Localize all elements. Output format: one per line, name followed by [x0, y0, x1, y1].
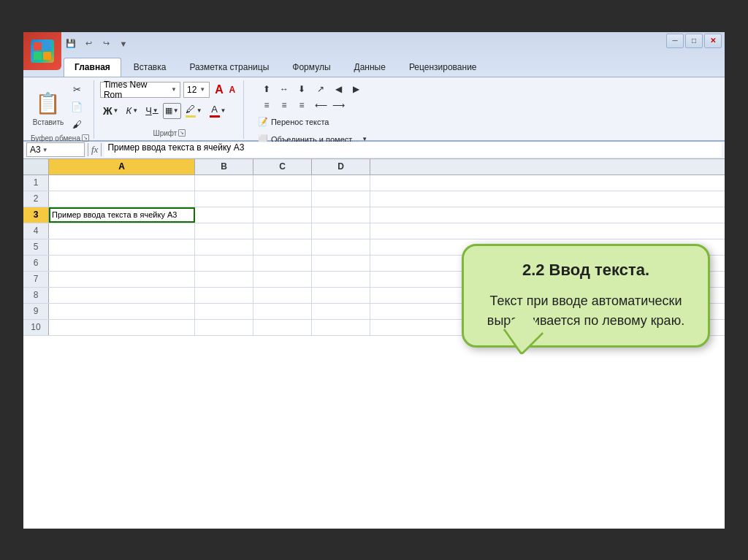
cell-a3[interactable]: Пример ввода текста в ячейку А3	[49, 207, 195, 223]
cell-b9[interactable]	[195, 304, 253, 319]
cell-a4[interactable]	[49, 223, 195, 239]
cell-ref-arrow-icon[interactable]: ▼	[42, 147, 48, 153]
copy-button[interactable]: 📄	[66, 99, 87, 115]
cell-d5[interactable]	[312, 239, 370, 255]
cell-c7[interactable]	[253, 272, 312, 287]
font-name-dropdown[interactable]: Times New Rom ▼	[100, 82, 180, 98]
cell-a10[interactable]	[49, 320, 195, 335]
cell-c5[interactable]	[253, 239, 312, 255]
redo-quick-btn[interactable]: ↪	[99, 37, 113, 51]
align-middle-btn[interactable]: ↔	[276, 82, 292, 96]
cell-c3[interactable]	[253, 207, 312, 223]
font-expand-icon[interactable]: ↘	[178, 129, 186, 137]
cell-b7[interactable]	[195, 272, 253, 287]
tab-review[interactable]: Рецензирование	[398, 58, 488, 77]
cell-c1[interactable]	[253, 175, 312, 191]
cell-a6[interactable]	[49, 256, 195, 271]
indent-increase-btn[interactable]: ▶	[348, 82, 364, 96]
cell-d4[interactable]	[312, 223, 370, 239]
cell-a2[interactable]	[49, 191, 195, 207]
cell-a7[interactable]	[49, 272, 195, 287]
save-quick-btn[interactable]: 💾	[64, 37, 78, 51]
ltr-btn[interactable]: ⟶	[330, 98, 346, 112]
border-arrow[interactable]: ▼	[173, 107, 179, 114]
cell-c8[interactable]	[253, 288, 312, 303]
italic-button[interactable]: К ▼	[123, 103, 142, 119]
cell-d3[interactable]	[312, 207, 370, 223]
cell-a9[interactable]	[49, 304, 195, 319]
col-header-c[interactable]: C	[253, 159, 312, 174]
cell-b3[interactable]	[195, 207, 253, 223]
cell-d7[interactable]	[312, 272, 370, 287]
formula-bar-separator	[88, 143, 88, 156]
wrap-text-button[interactable]: 📝 Перенос текста	[253, 114, 373, 130]
font-decrease-button[interactable]: A	[226, 82, 239, 98]
italic-arrow[interactable]: ▼	[132, 107, 138, 114]
cell-c4[interactable]	[253, 223, 312, 239]
tab-formulas[interactable]: Формулы	[281, 58, 341, 77]
row-number-7: 7	[23, 272, 49, 287]
cell-c10[interactable]	[253, 320, 312, 335]
font-color-bar	[210, 115, 220, 118]
align-left-btn[interactable]: ≡	[259, 98, 275, 112]
font-size-dropdown[interactable]: 12 ▼	[183, 82, 210, 98]
cell-b5[interactable]	[195, 239, 253, 255]
font-color-button[interactable]: A ▼	[207, 103, 229, 119]
office-button[interactable]	[23, 32, 61, 70]
font-increase-button[interactable]: A	[213, 82, 226, 98]
cell-d6[interactable]	[312, 256, 370, 271]
cell-c2[interactable]	[253, 191, 312, 207]
bold-arrow[interactable]: ▼	[113, 107, 119, 114]
text-angle-btn[interactable]: ↗	[313, 82, 329, 96]
col-header-d[interactable]: D	[312, 159, 370, 174]
cell-a5[interactable]	[49, 239, 195, 255]
tab-insert[interactable]: Вставка	[123, 58, 178, 77]
undo-quick-btn[interactable]: ↩	[81, 37, 96, 51]
cell-d10[interactable]	[312, 320, 370, 335]
cell-d1[interactable]	[312, 175, 370, 191]
border-button[interactable]: ▦▼	[163, 103, 181, 119]
clipboard-expand-icon[interactable]: ↘	[82, 134, 89, 142]
underline-arrow[interactable]: ▼	[153, 107, 159, 114]
bold-button[interactable]: Ж ▼	[100, 103, 122, 119]
col-header-b[interactable]: B	[195, 159, 253, 174]
cell-b1[interactable]	[195, 175, 253, 191]
cell-b4[interactable]	[195, 223, 253, 239]
cell-b2[interactable]	[195, 191, 253, 207]
cell-d9[interactable]	[312, 304, 370, 319]
cell-d2[interactable]	[312, 191, 370, 207]
align-top-btn[interactable]: ⬆	[259, 82, 275, 96]
font-color-arrow[interactable]: ▼	[221, 107, 226, 114]
tab-data[interactable]: Данные	[343, 58, 397, 77]
cell-c9[interactable]	[253, 304, 312, 319]
formula-input[interactable]: Пример ввода текста в ячейку А3	[104, 142, 722, 157]
close-button[interactable]: ✕	[704, 34, 722, 48]
cell-b8[interactable]	[195, 288, 253, 303]
cell-b10[interactable]	[195, 320, 253, 335]
align-bottom-btn[interactable]: ⬇	[294, 82, 310, 96]
minimize-button[interactable]: ─	[666, 34, 684, 48]
tab-home[interactable]: Главная	[64, 58, 121, 77]
align-right-btn[interactable]: ≡	[294, 98, 310, 112]
cell-d8[interactable]	[312, 288, 370, 303]
fill-color-button[interactable]: 🖊 ▼	[183, 103, 205, 119]
align-center-btn[interactable]: ≡	[276, 98, 292, 112]
cell-b6[interactable]	[195, 256, 253, 271]
rtl-btn[interactable]: ⟵	[313, 98, 329, 112]
maximize-button[interactable]: □	[685, 34, 703, 48]
quick-more-btn[interactable]: ▼	[116, 37, 131, 51]
indent-decrease-btn[interactable]: ◀	[330, 82, 346, 96]
cell-reference-box[interactable]: A3 ▼	[26, 142, 85, 157]
col-header-a[interactable]: A	[49, 159, 195, 174]
cell-a8[interactable]	[49, 288, 195, 303]
fill-color-bar	[186, 115, 196, 118]
cell-a1[interactable]	[49, 175, 195, 191]
tab-page-layout[interactable]: Разметка страницы	[178, 58, 280, 77]
fill-color-arrow[interactable]: ▼	[196, 107, 202, 114]
paste-button[interactable]: 📋 Вставить	[33, 88, 64, 126]
underline-button[interactable]: Ч ▼	[142, 103, 161, 119]
cut-button[interactable]: ✂	[66, 82, 87, 98]
cell-c6[interactable]	[253, 256, 312, 271]
ribbon-tabs: 💾 ↩ ↪ ▼ ─ □ ✕ Главная Вставка Разметка с…	[23, 32, 725, 77]
format-painter-button[interactable]: 🖌	[66, 117, 87, 133]
